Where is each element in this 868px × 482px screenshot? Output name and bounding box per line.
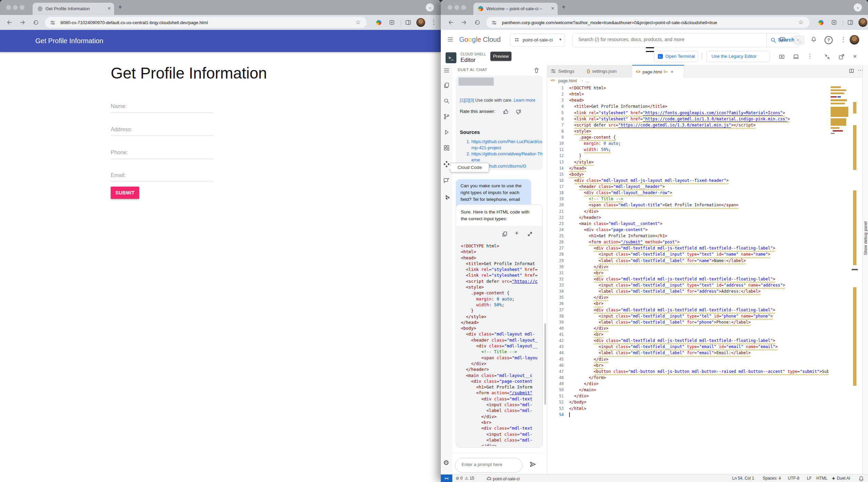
reload-icon[interactable] <box>33 19 39 26</box>
gcloud-menu-icon[interactable] <box>447 36 454 43</box>
project-picker[interactable]: point-of-sale-ci ▾ <box>510 34 565 47</box>
terraform-icon[interactable] <box>443 194 450 201</box>
code-line[interactable]: 23 <main class="mdl-layout__content"> <box>547 221 829 227</box>
ide-menu-icon[interactable] <box>443 67 450 74</box>
code-line[interactable]: 3<head> <box>547 98 829 104</box>
tab-close-icon[interactable]: × <box>551 6 554 11</box>
code-line[interactable]: 26 <form action="/submit" method="post"> <box>547 240 829 246</box>
tab-search-icon[interactable]: ⌄ <box>426 3 434 12</box>
status-project[interactable]: point-of-sale-ci <box>486 476 520 481</box>
code-line[interactable]: 2<html> <box>547 92 829 98</box>
code-line[interactable]: 30 </div> <box>547 264 829 271</box>
close-shell-icon[interactable]: × <box>853 53 857 59</box>
status-eol[interactable]: LF <box>807 476 812 481</box>
thumbs-up-icon[interactable] <box>503 108 509 115</box>
code-line[interactable]: 15<body> <box>547 172 829 178</box>
code-line[interactable]: 4 <title>Get Profile Information</title> <box>547 104 829 110</box>
laptop-icon[interactable] <box>793 53 799 60</box>
code-line[interactable]: 45 </div> <box>547 357 829 363</box>
code-line[interactable]: 34 <label class="mdl-textfield__label" f… <box>547 289 829 295</box>
code-line[interactable]: 21 </div> <box>547 209 829 215</box>
tab-settings[interactable]: Settings <box>547 65 583 77</box>
submit-button[interactable]: SUBMIT <box>111 187 139 199</box>
bookmark-star-icon[interactable]: ☆ <box>356 19 361 25</box>
code-line[interactable]: 39 <label class="mdl-textfield__label" f… <box>547 320 829 326</box>
status-language[interactable]: HTML <box>816 476 828 481</box>
code-line[interactable]: 36 <br> <box>547 301 829 307</box>
code-line[interactable]: 44 <label class="mdl-textfield__label" f… <box>547 350 829 357</box>
learn-more-link[interactable]: Learn more <box>513 98 535 103</box>
code-line[interactable]: 53</html> <box>547 406 829 412</box>
field-input[interactable] <box>111 136 213 136</box>
problems-summary[interactable]: ⊘ 0 ⚠ 15 <box>456 476 474 481</box>
frame-settings-icon[interactable] <box>778 53 785 60</box>
duet-chat-icon[interactable] <box>443 177 450 184</box>
code-line[interactable]: 19 <!-- Title --> <box>547 196 829 203</box>
shell-more-icon[interactable]: ⋮ <box>807 53 813 59</box>
send-icon[interactable] <box>529 461 537 468</box>
journeys-box-icon[interactable] <box>388 19 395 26</box>
debug-panel-strip[interactable]: Show debug panel <box>863 65 868 474</box>
code-line[interactable]: 7 <script defer src="https://code.getmdl… <box>547 123 829 129</box>
extensions-puzzle-icon[interactable] <box>831 19 837 26</box>
code-line[interactable]: 41 <br> <box>547 332 829 338</box>
code-line[interactable]: 28 <input class="mdl-textfield__input" t… <box>547 252 829 258</box>
source-link[interactable]: https://github.com/Pier-LucPicard/comp-4… <box>471 139 543 151</box>
code-line[interactable]: 24 <div class="page-content"> <box>547 227 829 234</box>
code-line[interactable]: 17 <header class="mdl-layout__header"> <box>547 184 829 190</box>
back-icon[interactable] <box>6 19 13 26</box>
code-line[interactable]: 14</head> <box>547 166 829 172</box>
code-line[interactable]: 47 <button class="mdl-button mdl-js-butt… <box>547 369 829 375</box>
prompt-input[interactable] <box>461 462 518 467</box>
side-panel-icon[interactable] <box>405 19 412 26</box>
code-line[interactable]: 27 <div class="mdl-textfield mdl-js-text… <box>547 246 829 252</box>
code-line[interactable]: 12 } <box>547 153 829 159</box>
open-in-new-icon[interactable] <box>838 53 845 60</box>
copy-code-icon[interactable] <box>502 231 508 237</box>
code-line[interactable]: 18 <div class="mdl-layout__header-row"> <box>547 190 829 196</box>
status-encoding[interactable]: UTF-8 <box>788 476 799 481</box>
code-line[interactable]: 25 <h1>Get Profile Information</h1> <box>547 234 829 240</box>
code-line[interactable]: 9 .page-content { <box>547 135 829 141</box>
run-debug-icon[interactable] <box>443 129 450 136</box>
traffic-close-icon[interactable] <box>448 5 452 10</box>
search-icon[interactable] <box>443 98 450 104</box>
open-terminal-button[interactable]: >_ Open Terminal <box>654 51 698 62</box>
browser-menu-icon[interactable]: ⋮ <box>431 19 437 25</box>
code-line[interactable]: 43 <input class="mdl-textfield__input" t… <box>547 344 829 350</box>
source-control-icon[interactable] <box>443 113 450 120</box>
code-line[interactable]: 35 </div> <box>547 295 829 301</box>
traffic-minimize-icon[interactable] <box>13 5 18 10</box>
help-icon[interactable]: ? <box>825 36 833 44</box>
gcloud-search-input[interactable] <box>578 36 759 42</box>
code-line[interactable]: 8 <style> <box>547 129 829 135</box>
legacy-editor-button[interactable]: Use the Legacy Editor <box>706 51 770 62</box>
thumbs-down-icon[interactable] <box>515 109 522 116</box>
code-line[interactable]: 46 <br> <box>547 363 829 369</box>
field-input[interactable] <box>111 113 213 113</box>
tab-close-icon[interactable]: × <box>671 69 673 74</box>
field-input[interactable] <box>111 159 213 159</box>
breadcrumb[interactable]: <> page.html › … <box>547 77 868 85</box>
back-icon[interactable] <box>448 19 454 26</box>
code-line[interactable]: 5 <link rel="stylesheet" href="https://f… <box>547 110 829 117</box>
trash-icon[interactable] <box>533 67 540 74</box>
gcloud-logo[interactable]: Google Cloud <box>459 36 501 44</box>
code-line[interactable]: 22 </header> <box>547 215 829 221</box>
prompt-pill[interactable] <box>455 458 522 473</box>
browser-tab[interactable]: Welcome – point-of-sale-ci – × <box>473 3 558 15</box>
reload-icon[interactable] <box>474 19 481 26</box>
status-duet[interactable]: Duet AI <box>831 476 850 481</box>
code-line[interactable]: 51 </div> <box>547 394 829 400</box>
gcloud-avatar[interactable] <box>850 35 859 45</box>
extension-colored-icon[interactable] <box>818 20 824 25</box>
code-line[interactable]: 50 </main> <box>547 388 829 394</box>
code-line[interactable]: 48 </form> <box>547 375 829 381</box>
code-line[interactable]: 13 </style> <box>547 160 829 166</box>
code-line[interactable]: 37 <div class="mdl-textfield mdl-js-text… <box>547 308 829 314</box>
browser-tab[interactable]: Get Profile Information × <box>33 3 114 15</box>
insert-code-icon[interactable]: + <box>515 230 519 236</box>
site-settings-icon[interactable] <box>50 19 56 26</box>
expand-code-icon[interactable] <box>527 231 533 237</box>
code-line[interactable]: 10 margin: 0 auto; <box>547 141 829 147</box>
